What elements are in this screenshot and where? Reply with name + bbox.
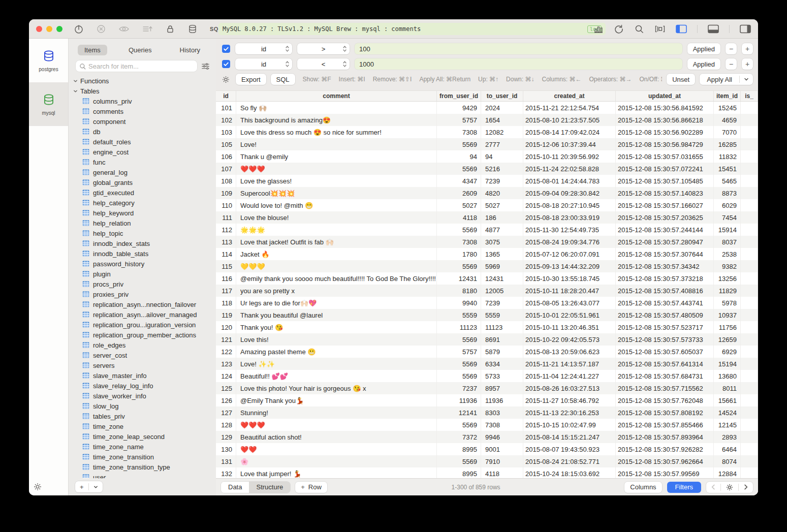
- add-item-menu-chevron[interactable]: [89, 481, 103, 492]
- cell-updated_at[interactable]: 2015-12-08 15:30:57.373218: [616, 272, 714, 285]
- cell-id[interactable]: 120: [216, 321, 236, 333]
- cell-from_user_id[interactable]: 9429: [437, 102, 481, 114]
- sidebar-table-default_roles[interactable]: default_roles: [69, 137, 216, 147]
- cell-to_user_id[interactable]: 2024: [481, 102, 523, 114]
- cell-to_user_id[interactable]: 5969: [481, 260, 523, 272]
- cell-updated_at[interactable]: 2015-12-08 15:30:57.480509: [616, 309, 714, 321]
- column-header-updated_at[interactable]: updated_at: [616, 91, 714, 101]
- sidebar-table-time_zone_name[interactable]: time_zone_name: [69, 442, 216, 452]
- cell-updated_at[interactable]: 2015-12-08 15:30:57.408816: [616, 285, 714, 297]
- cell-to_user_id[interactable]: 5559: [481, 309, 523, 321]
- cell-item_id[interactable]: 12145: [714, 419, 741, 431]
- cell-is_[interactable]: [741, 224, 758, 236]
- cell-updated_at[interactable]: 2015-12-08 15:30:57.34342: [616, 260, 714, 272]
- cell-created_at[interactable]: 2015-08-14 15:15:21.247: [523, 431, 616, 443]
- sidebar-table-server_cost[interactable]: server_cost: [69, 350, 216, 360]
- filter-value-input[interactable]: [355, 58, 682, 70]
- cell-item_id[interactable]: 13256: [714, 272, 741, 285]
- cell-created_at[interactable]: 2015-11-21 14:13:57.187: [523, 358, 616, 370]
- cell-id[interactable]: 116: [216, 272, 236, 285]
- cell-from_user_id[interactable]: 8180: [437, 285, 481, 297]
- filter-applied-button[interactable]: Applied: [687, 43, 720, 54]
- tree-section-tables[interactable]: Tables: [69, 86, 216, 96]
- column-header-id[interactable]: id: [216, 91, 236, 101]
- cell-updated_at[interactable]: 2015-12-08 15:30:57.808192: [616, 406, 714, 419]
- sidebar-table-help_category[interactable]: help_category: [69, 198, 216, 208]
- cell-updated_at[interactable]: 2015-12-08 15:30:56.902289: [616, 126, 714, 138]
- table-row[interactable]: 131🌸556979102015-08-24 21:08:52.7712015-…: [216, 455, 758, 467]
- sidebar-table-innodb_table_stats[interactable]: innodb_table_stats: [69, 248, 216, 259]
- cell-comment[interactable]: you are so pretty x: [236, 285, 437, 297]
- cell-item_id[interactable]: 11832: [714, 150, 741, 163]
- cell-item_id[interactable]: 12884: [714, 467, 741, 478]
- tree-section-functions[interactable]: Functions: [69, 76, 216, 86]
- filter-settings-gear-icon[interactable]: [222, 76, 230, 83]
- cell-item_id[interactable]: 4659: [714, 114, 741, 126]
- cell-from_user_id[interactable]: 12431: [437, 272, 481, 285]
- cell-id[interactable]: 114: [216, 248, 236, 260]
- cell-item_id[interactable]: 13680: [714, 370, 741, 382]
- cell-is_[interactable]: [741, 150, 758, 163]
- cell-comment[interactable]: So fly 🙌🏼: [236, 102, 437, 114]
- cell-is_[interactable]: [741, 346, 758, 358]
- cell-to_user_id[interactable]: 9946: [481, 431, 523, 443]
- cell-from_user_id[interactable]: 2609: [437, 187, 481, 199]
- cell-id[interactable]: 111: [216, 211, 236, 224]
- commit-list-icon[interactable]: [142, 24, 153, 34]
- cell-updated_at[interactable]: 2015-12-08 15:30:57.926282: [616, 443, 714, 455]
- sidebar-table-general_log[interactable]: general_log: [69, 167, 216, 177]
- cell-item_id[interactable]: 15245: [714, 102, 741, 114]
- previous-page-button[interactable]: [706, 482, 720, 493]
- cell-comment[interactable]: Beautiful action shot!: [236, 431, 437, 443]
- cell-item_id[interactable]: 15914: [714, 224, 741, 236]
- cell-updated_at[interactable]: 2015-12-08 15:30:57.280947: [616, 236, 714, 248]
- cell-item_id[interactable]: 5465: [714, 175, 741, 187]
- table-row[interactable]: 129Beautiful action shot!737299462015-08…: [216, 431, 758, 443]
- cell-item_id[interactable]: 2893: [714, 431, 741, 443]
- cell-to_user_id[interactable]: 1365: [481, 248, 523, 260]
- sidebar-table-user[interactable]: user: [69, 472, 216, 478]
- cell-to_user_id[interactable]: 7308: [481, 419, 523, 431]
- cell-comment[interactable]: Love the glasses!: [236, 175, 437, 187]
- cell-comment[interactable]: Would love to! @mith 😁: [236, 199, 437, 211]
- cell-is_[interactable]: [741, 175, 758, 187]
- cell-comment[interactable]: Love that jumper! 💃: [236, 467, 437, 478]
- cell-to_user_id[interactable]: 11123: [481, 321, 523, 333]
- cell-created_at[interactable]: 2015-10-01 22:05:51.961: [523, 309, 616, 321]
- tab-history[interactable]: History: [173, 45, 207, 55]
- cell-updated_at[interactable]: 2015-12-08 15:30:57.072241: [616, 163, 714, 175]
- cell-is_[interactable]: [741, 382, 758, 394]
- close-window-button[interactable]: [36, 26, 42, 32]
- sidebar-left-toggle-icon[interactable]: [676, 24, 687, 34]
- column-header-from_user_id[interactable]: from_user_id: [437, 91, 481, 101]
- export-button[interactable]: Export: [236, 74, 266, 85]
- cell-updated_at[interactable]: 2015-12-08 15:30:57.105485: [616, 175, 714, 187]
- table-row[interactable]: 102This background is amazing😍5757165420…: [216, 114, 758, 126]
- cell-updated_at[interactable]: 2015-12-08 15:30:57.166027: [616, 199, 714, 211]
- cell-from_user_id[interactable]: 5027: [437, 199, 481, 211]
- cell-updated_at[interactable]: 2015-12-08 15:30:57.762048: [616, 394, 714, 406]
- cell-from_user_id[interactable]: 4118: [437, 211, 481, 224]
- remove-filter-button[interactable]: −: [726, 43, 737, 54]
- cell-updated_at[interactable]: 2015-12-08 15:30:57.244144: [616, 224, 714, 236]
- page-settings-gear-icon[interactable]: [721, 482, 738, 493]
- cell-to_user_id[interactable]: 7910: [481, 455, 523, 467]
- cell-created_at[interactable]: 2015-08-05 13:26:43.077: [523, 297, 616, 309]
- cell-item_id[interactable]: 15661: [714, 394, 741, 406]
- cell-comment[interactable]: Beautiful!! 💕💕: [236, 370, 437, 382]
- cell-item_id[interactable]: 5978: [714, 297, 741, 309]
- cell-item_id[interactable]: 9382: [714, 260, 741, 272]
- table-row[interactable]: 125Love this photo! Your hair is gorgeou…: [216, 382, 758, 394]
- cell-item_id[interactable]: 8037: [714, 236, 741, 248]
- table-row[interactable]: 115💛💛💛556959692015-09-13 14:44:32.209201…: [216, 260, 758, 272]
- sidebar-table-columns_priv[interactable]: columns_priv: [69, 96, 216, 106]
- cell-is_[interactable]: [741, 102, 758, 114]
- cell-comment[interactable]: @Emily Thank you💃: [236, 394, 437, 406]
- cell-item_id[interactable]: 7070: [714, 126, 741, 138]
- cell-item_id[interactable]: 2538: [714, 248, 741, 260]
- filter-column-select[interactable]: id: [235, 58, 292, 70]
- cell-is_[interactable]: [741, 126, 758, 138]
- cell-to_user_id[interactable]: 8303: [481, 406, 523, 419]
- cell-id[interactable]: 113: [216, 236, 236, 248]
- table-row[interactable]: 119Thank you beautiful @laurel5559555920…: [216, 309, 758, 321]
